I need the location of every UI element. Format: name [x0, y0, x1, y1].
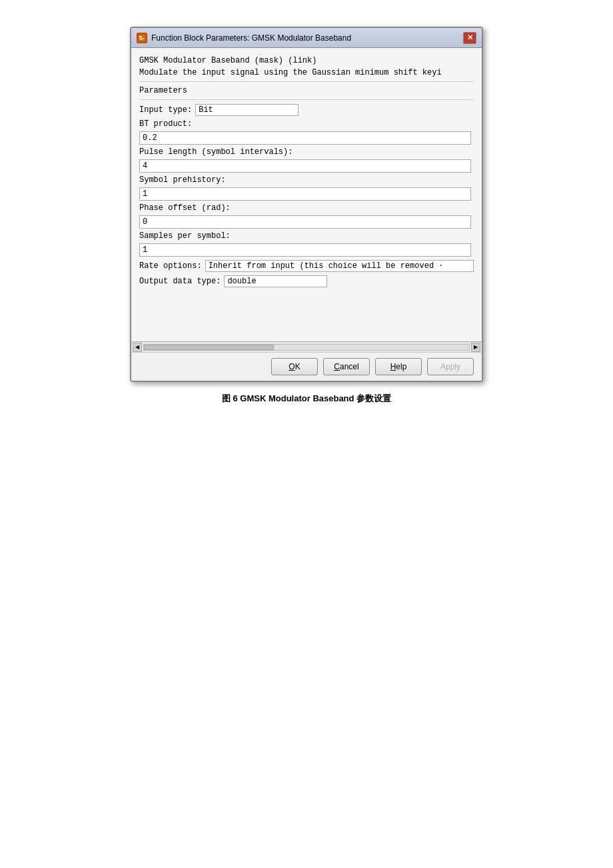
bt-product-field[interactable]: 0.2 — [139, 131, 471, 145]
button-bar: OK Cancel Help Apply — [131, 352, 482, 381]
figure-caption: 图 6 GMSK Modulator Baseband 参数设置 — [222, 393, 391, 405]
symbol-prehistory-field[interactable]: 1 — [139, 187, 471, 201]
phase-offset-label: Phase offset (rad): — [139, 203, 474, 213]
svg-rect-2 — [139, 38, 145, 39]
title-bar-left: Function Block Parameters: GMSK Modulato… — [137, 33, 351, 43]
dialog-window: Function Block Parameters: GMSK Modulato… — [130, 27, 483, 382]
help-underline: H — [390, 362, 396, 371]
scroll-left-arrow[interactable]: ◀ — [133, 343, 142, 352]
separator2 — [139, 99, 474, 100]
header-line2: Modulate the input signal using the Gaus… — [139, 68, 474, 77]
window-icon — [137, 33, 147, 43]
cancel-rest: ancel — [340, 362, 359, 371]
cancel-underline: C — [334, 362, 340, 371]
close-button[interactable]: ✕ — [463, 32, 476, 44]
title-bar: Function Block Parameters: GMSK Modulato… — [131, 28, 482, 48]
ok-underline: O — [289, 362, 295, 371]
pulse-length-field[interactable]: 4 — [139, 159, 471, 173]
output-data-type-row: Output data type: — [139, 275, 474, 287]
samples-per-symbol-field[interactable]: 1 — [139, 243, 471, 257]
bt-product-label: BT product: — [139, 119, 474, 129]
h-scroll-thumb[interactable] — [144, 345, 274, 350]
symbol-prehistory-label: Symbol prehistory: — [139, 175, 474, 185]
content-area: GMSK Modulator Baseband (mask) (link) Mo… — [131, 48, 482, 341]
samples-per-symbol-label: Samples per symbol: — [139, 231, 474, 241]
header-line1: GMSK Modulator Baseband (mask) (link) — [139, 56, 474, 65]
page-wrapper: Function Block Parameters: GMSK Modulato… — [13, 27, 600, 405]
pulse-length-label: Pulse length (symbol intervals): — [139, 147, 474, 157]
h-scroll-track[interactable] — [143, 344, 470, 351]
output-data-type-field[interactable] — [224, 275, 327, 287]
input-type-label: Input type: — [139, 105, 192, 115]
ok-rest: K — [295, 362, 301, 371]
input-type-row: Input type: — [139, 104, 474, 116]
svg-rect-1 — [139, 36, 142, 37]
input-type-field[interactable] — [195, 104, 299, 116]
horizontal-scrollbar: ◀ ▶ — [131, 341, 482, 352]
phase-offset-field[interactable]: 0 — [139, 215, 471, 229]
section-parameters: Parameters — [139, 86, 474, 95]
rate-options-field[interactable] — [205, 260, 474, 272]
svg-rect-3 — [139, 39, 143, 40]
separator1 — [139, 81, 474, 82]
output-data-type-label: Output data type: — [139, 277, 221, 286]
rate-options-row: Rate options: — [139, 260, 474, 272]
scroll-right-arrow[interactable]: ▶ — [471, 343, 480, 352]
ok-button[interactable]: OK — [271, 358, 318, 375]
apply-button[interactable]: Apply — [427, 358, 474, 375]
rate-options-label: Rate options: — [139, 261, 202, 271]
help-button[interactable]: Help — [375, 358, 422, 375]
help-rest: elp — [396, 362, 406, 371]
cancel-button[interactable]: Cancel — [323, 358, 370, 375]
dialog-title: Function Block Parameters: GMSK Modulato… — [151, 33, 351, 43]
